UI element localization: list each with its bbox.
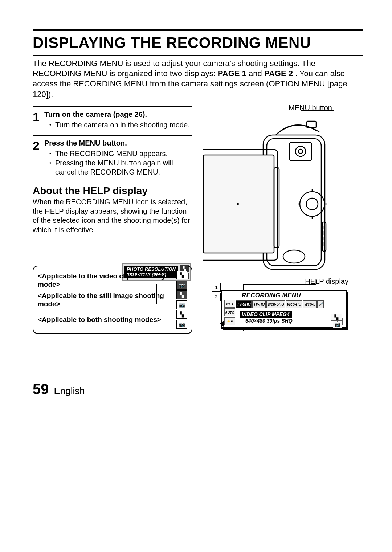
page-corner-icon	[332, 318, 343, 325]
step1-bullet-1: Turn the camera on in the shooting mode.	[55, 120, 192, 130]
rec-chip-tvshq: TV-SHQ	[236, 300, 252, 308]
app-label-still: <Applicable to the still image shooting …	[38, 291, 173, 309]
rec-chip-tvhq: TV-HQ	[252, 300, 266, 308]
camera-illustration	[203, 113, 334, 280]
svg-rect-3	[290, 142, 311, 160]
page-title: DISPLAYING THE RECORDING MENU	[33, 34, 363, 51]
svg-point-5	[298, 149, 303, 154]
rec-side-flash: ⚡A	[224, 317, 235, 325]
step2-bullet-1: The RECORDING MENU appears.	[55, 149, 192, 159]
svg-point-12	[283, 250, 305, 263]
rec-side-icons: 6M-S AUTO ⚡A	[224, 300, 235, 325]
right-column: MENU button HELP display	[203, 106, 363, 334]
camera-dim-icon: 📷	[176, 281, 187, 290]
camera-icon: 📷	[176, 300, 187, 309]
rec-chip-mic: 🎤	[317, 300, 324, 308]
applicability-box: <Applicable to the video clip recording …	[33, 266, 192, 334]
step2-bullet-2: Pressing the MENU button again will canc…	[55, 159, 192, 177]
step-head-2: Press the MENU button.	[44, 139, 192, 148]
svg-rect-10	[274, 168, 279, 248]
svg-point-4	[295, 146, 306, 156]
video-clip-icon: ▝▖	[176, 310, 187, 319]
app-row-both: <Applicable to both shooting modes> ▝▖ 📷	[38, 310, 187, 329]
rec-tab-1: 1	[212, 283, 221, 292]
applicability-callout: PHOTO RESOLUTION 2816×2112 (6M-S) ▝▖ 📷 <…	[33, 266, 192, 334]
recording-menu-panel: 1 2 RECORDING MENU 6M-S AUTO ⚡A TV-SHQ T…	[221, 290, 346, 328]
footer: 59 English	[33, 381, 363, 397]
step-2: 2 Press the MENU button. The RECORDING M…	[33, 135, 192, 177]
app-label-video: <Applicable to the video clip recording …	[38, 272, 173, 289]
app-row-still: <Applicable to the still image shooting …	[38, 290, 187, 309]
svg-point-9	[306, 198, 318, 210]
step-head-1: Turn on the camera (page 26).	[44, 110, 192, 119]
left-arrow-icon	[220, 321, 224, 327]
rec-menu-title: RECORDING MENU	[222, 291, 346, 299]
camera-icon: 📷	[176, 320, 187, 329]
step-1: 1 Turn on the camera (page 26). Turn the…	[33, 106, 192, 130]
step-num-2: 2	[33, 139, 44, 152]
leader-menu	[301, 110, 334, 111]
rec-side-auto: AUTO	[224, 308, 235, 316]
rec-chip-webs: Web-S	[303, 300, 317, 308]
intro-bold-2: PAGE 2	[264, 69, 293, 78]
page-number: 59	[33, 381, 49, 397]
about-text: When the RECORDING MENU icon is selected…	[33, 197, 192, 234]
app-row-video: <Applicable to the video clip recording …	[38, 271, 187, 290]
rec-tab-2: 2	[212, 293, 221, 301]
rec-video-res: 640×480 30fps SHQ	[245, 318, 343, 324]
svg-point-13	[237, 203, 239, 205]
rec-chip-webshq: Web-SHQ	[266, 300, 285, 308]
rec-side-6ms: 6M-S	[224, 300, 235, 308]
rule-under-title	[33, 55, 363, 56]
leader-help-h	[243, 284, 316, 285]
rec-tabs: 1 2	[212, 283, 221, 301]
intro-paragraph: The RECORDING MENU is used to adjust you…	[33, 58, 363, 99]
rec-top-row: TV-SHQ TV-HQ Web-SHQ Web-HQ Web-S 🎤	[236, 300, 343, 308]
intro-bold-1: PAGE 1	[218, 69, 246, 78]
rec-video-label: VIDEO CLIP MPEG4	[240, 311, 292, 318]
svg-rect-1	[267, 139, 321, 266]
video-clip-dim-icon: ▝▖	[176, 290, 187, 299]
left-column: 1 Turn on the camera (page 26). Turn the…	[33, 106, 192, 334]
video-clip-icon: ▝▖	[176, 271, 187, 279]
app-label-both: <Applicable to both shooting modes>	[38, 315, 173, 324]
step-num-1: 1	[33, 111, 44, 123]
rule-top	[33, 29, 363, 31]
footer-language: English	[54, 385, 85, 397]
rec-chip-webhq: Web-HQ	[286, 300, 302, 308]
about-heading: About the HELP display	[33, 185, 192, 197]
intro-mid: and	[249, 69, 264, 78]
